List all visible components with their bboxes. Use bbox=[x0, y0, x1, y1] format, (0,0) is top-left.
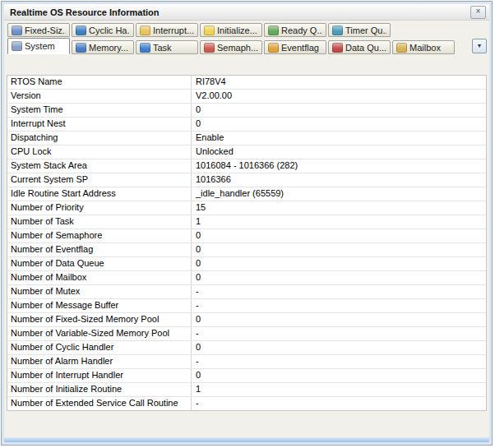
ready-queue-icon bbox=[268, 25, 279, 35]
interrupt-icon bbox=[140, 25, 150, 35]
tab-fixed-size-memory-pool[interactable]: Fixed-Siz... bbox=[7, 23, 70, 37]
table-row[interactable]: Number of Eventflag0 bbox=[7, 243, 486, 257]
table-row[interactable]: Interrupt Nest0 bbox=[7, 118, 486, 132]
close-icon[interactable]: × bbox=[470, 6, 486, 19]
tab-overflow-dropdown-icon[interactable]: ▼ bbox=[472, 39, 487, 53]
tab-label: Memory... bbox=[89, 43, 128, 53]
table-row[interactable]: Number of Interrupt Handler0 bbox=[7, 369, 486, 383]
table-row[interactable]: System Stack Area1016084 - 1016366 (282) bbox=[7, 159, 486, 173]
property-cell: Interrupt Nest bbox=[7, 118, 192, 131]
tab-strip-secondary: SystemMemory...TaskSemaph...EventflagDat… bbox=[4, 37, 489, 54]
table-row[interactable]: VersionV2.00.00 bbox=[7, 90, 486, 104]
property-cell: Number of Message Buffer bbox=[7, 299, 192, 312]
resource-table: RTOS NameRI78V4VersionV2.00.00System Tim… bbox=[7, 75, 487, 411]
property-cell: Number of Alarm Handler bbox=[7, 355, 192, 368]
tab-mailbox[interactable]: Mailbox bbox=[392, 40, 455, 54]
table-row[interactable]: Number of Variable-Sized Memory Pool- bbox=[7, 327, 486, 341]
value-cell: 0 bbox=[192, 118, 486, 131]
tab-timer-queue[interactable]: Timer Qu... bbox=[328, 23, 391, 37]
value-cell: - bbox=[192, 299, 486, 312]
property-cell: Version bbox=[7, 90, 192, 103]
tab-system[interactable]: System bbox=[7, 38, 70, 54]
table-row[interactable]: Number of Alarm Handler- bbox=[7, 355, 486, 369]
value-cell: V2.00.00 bbox=[192, 90, 486, 103]
memory-icon bbox=[76, 43, 86, 53]
table-row[interactable]: Current System SP1016366 bbox=[7, 173, 486, 187]
value-cell: _idle_handler (65559) bbox=[192, 187, 486, 201]
table-row[interactable]: Number of Message Buffer- bbox=[7, 299, 486, 313]
tab-label: Mailbox bbox=[409, 43, 441, 53]
property-cell: Number of Variable-Sized Memory Pool bbox=[7, 327, 192, 340]
tab-interrupt[interactable]: Interrupt... bbox=[136, 23, 198, 37]
table-row[interactable]: Number of Initialize Routine1 bbox=[7, 383, 486, 397]
table-row[interactable]: Number of Priority15 bbox=[7, 201, 486, 215]
property-cell: Number of Extended Service Call Routine bbox=[7, 397, 192, 410]
value-cell: - bbox=[192, 327, 486, 340]
data-queue-icon bbox=[332, 43, 343, 53]
property-cell: CPU Lock bbox=[7, 145, 192, 159]
window-inner: Realtime OS Resource Information × Fixed… bbox=[4, 4, 489, 437]
timer-queue-icon bbox=[332, 25, 343, 35]
property-cell: System Time bbox=[7, 104, 192, 117]
table-row[interactable]: Number of Data Queue0 bbox=[7, 257, 486, 271]
value-cell: 0 bbox=[192, 271, 486, 284]
tab-label: Semaph... bbox=[217, 43, 258, 53]
value-cell: 0 bbox=[192, 104, 486, 117]
table-row[interactable]: Idle Routine Start Address_idle_handler … bbox=[7, 187, 486, 201]
table-row[interactable]: DispatchingEnable bbox=[7, 132, 486, 145]
property-cell: Number of Task bbox=[7, 215, 192, 229]
property-cell: Number of Eventflag bbox=[7, 243, 192, 256]
table-row[interactable]: Number of Fixed-Sized Memory Pool0 bbox=[7, 313, 486, 327]
tab-label: Interrupt... bbox=[153, 25, 194, 35]
tab-label: Initialize... bbox=[217, 25, 257, 35]
table-row[interactable]: Number of Task1 bbox=[7, 215, 486, 229]
value-cell: 0 bbox=[192, 257, 486, 270]
property-cell: Number of Mailbox bbox=[7, 271, 192, 284]
property-cell: Number of Cyclic Handler bbox=[7, 341, 192, 354]
value-cell: 1 bbox=[192, 215, 486, 229]
tab-cyclic-handler[interactable]: Cyclic Ha... bbox=[72, 23, 134, 37]
cyclic-handler-icon bbox=[76, 25, 86, 35]
table-row[interactable]: RTOS NameRI78V4 bbox=[7, 76, 486, 90]
property-cell: Number of Mutex bbox=[7, 285, 192, 298]
table-row[interactable]: CPU LockUnlocked bbox=[7, 145, 486, 159]
tab-memory[interactable]: Memory... bbox=[72, 40, 134, 54]
tab-label: Task bbox=[153, 43, 172, 53]
property-cell: Current System SP bbox=[7, 173, 192, 187]
value-cell: 0 bbox=[192, 369, 486, 382]
table-row[interactable]: Number of Cyclic Handler0 bbox=[7, 341, 486, 355]
property-cell: System Stack Area bbox=[7, 159, 192, 173]
tab-eventflag[interactable]: Eventflag bbox=[264, 40, 326, 54]
tab-label: Eventflag bbox=[281, 43, 319, 53]
tab-semaphore[interactable]: Semaph... bbox=[200, 40, 262, 54]
table-row[interactable]: Number of Mailbox0 bbox=[7, 271, 486, 285]
value-cell: RI78V4 bbox=[192, 76, 486, 89]
value-cell: 0 bbox=[192, 243, 486, 256]
table-row[interactable]: Number of Extended Service Call Routine- bbox=[7, 397, 486, 410]
property-cell: Idle Routine Start Address bbox=[7, 187, 192, 201]
table-row[interactable]: System Time0 bbox=[7, 104, 486, 118]
property-cell: Number of Data Queue bbox=[7, 257, 192, 270]
tab-label: Cyclic Ha... bbox=[89, 25, 130, 35]
property-cell: RTOS Name bbox=[7, 76, 192, 89]
title-bar[interactable]: Realtime OS Resource Information × bbox=[4, 4, 489, 21]
value-cell: - bbox=[192, 285, 486, 298]
window-bottom-edge bbox=[4, 438, 489, 442]
value-cell: 1 bbox=[192, 383, 486, 396]
property-cell: Number of Semaphore bbox=[7, 229, 192, 242]
property-cell: Number of Initialize Routine bbox=[7, 383, 192, 396]
mailbox-icon bbox=[396, 43, 407, 53]
table-row[interactable]: Number of Mutex- bbox=[7, 285, 486, 299]
tab-task[interactable]: Task bbox=[136, 40, 198, 54]
tab-data-queue[interactable]: Data Qu... bbox=[328, 40, 391, 54]
value-cell: 0 bbox=[192, 313, 486, 326]
value-cell: 15 bbox=[192, 201, 486, 215]
value-cell: Unlocked bbox=[192, 145, 486, 159]
tab-label: Fixed-Siz... bbox=[25, 25, 66, 35]
table-row[interactable]: Number of Semaphore0 bbox=[7, 229, 486, 243]
tab-label: Data Qu... bbox=[345, 43, 386, 53]
tab-ready-queue[interactable]: Ready Q... bbox=[264, 23, 326, 37]
tab-label: System bbox=[25, 41, 55, 51]
tab-label: Ready Q... bbox=[281, 25, 322, 35]
tab-initialize[interactable]: Initialize... bbox=[200, 23, 262, 37]
